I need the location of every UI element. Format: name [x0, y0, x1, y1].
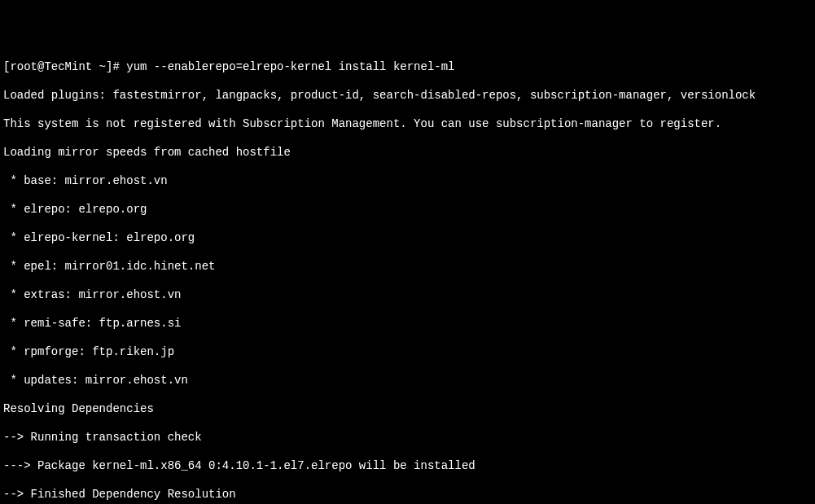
- output-loading-mirror: Loading mirror speeds from cached hostfi…: [3, 146, 812, 160]
- mirror-line: * base: mirror.ehost.vn: [3, 174, 812, 189]
- output-loaded-plugins: Loaded plugins: fastestmirror, langpacks…: [3, 89, 812, 103]
- mirror-line: * updates: mirror.ehost.vn: [3, 374, 812, 388]
- mirror-line: * elrepo-kernel: elrepo.org: [3, 231, 812, 246]
- output-transaction-check: --> Running transaction check: [3, 431, 812, 445]
- mirror-line: * elrepo: elrepo.org: [3, 203, 812, 217]
- prompt-user-host: [root@TecMint ~]#: [3, 60, 120, 73]
- prompt-command: yum --enablerepo=elrepo-kernel install k…: [126, 60, 454, 73]
- output-resolving: Resolving Dependencies: [3, 402, 812, 417]
- output-package-install: ---> Package kernel-ml.x86_64 0:4.10.1-1…: [3, 459, 812, 474]
- mirror-line: * rpmforge: ftp.riken.jp: [3, 345, 812, 360]
- mirror-line: * remi-safe: ftp.arnes.si: [3, 317, 812, 331]
- mirror-line: * extras: mirror.ehost.vn: [3, 288, 812, 303]
- output-finished-resolution: --> Finished Dependency Resolution: [3, 488, 812, 502]
- prompt-line: [root@TecMint ~]# yum --enablerepo=elrep…: [3, 60, 812, 75]
- output-not-registered: This system is not registered with Subsc…: [3, 117, 812, 132]
- mirror-line: * epel: mirror01.idc.hinet.net: [3, 260, 812, 274]
